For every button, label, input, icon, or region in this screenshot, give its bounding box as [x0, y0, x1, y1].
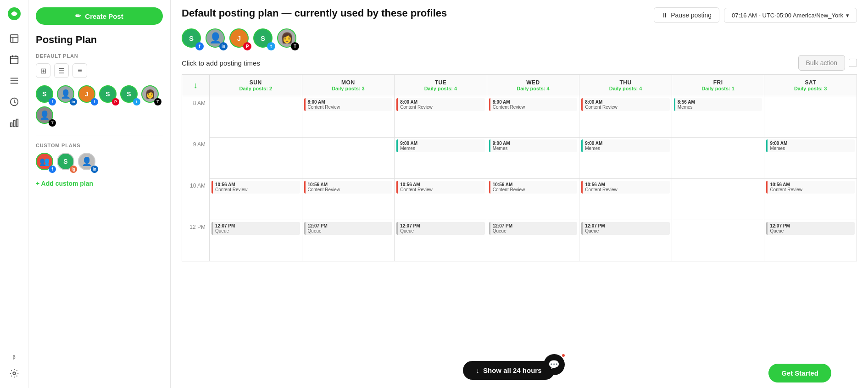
bulk-select-checkbox[interactable]: [849, 59, 857, 67]
bulk-action-area: Bulk action: [798, 55, 857, 71]
slot-mon-8am[interactable]: 8:00 AM Content Review: [302, 96, 395, 138]
slot-tue-10am[interactable]: 10:56 AM Content Review: [395, 179, 487, 220]
beta-badge: β: [12, 355, 15, 360]
profile-avatar-1[interactable]: S f: [36, 85, 55, 105]
event-wed-1207pm-queue[interactable]: 12:07 PM Queue: [489, 222, 578, 235]
chat-button[interactable]: 💬: [544, 354, 565, 375]
header-profile-4[interactable]: S t: [253, 28, 274, 50]
slot-tue-12pm[interactable]: 12:07 PM Queue: [395, 220, 487, 261]
event-tue-1207pm-queue[interactable]: 12:07 PM Queue: [396, 222, 485, 235]
sidebar-main: ✏ Create Post Posting Plan DEFAULT PLAN …: [28, 0, 171, 388]
slot-sat-8am[interactable]: [764, 96, 857, 138]
event-thu-1056am-content-review[interactable]: 10:56 AM Content Review: [581, 181, 670, 194]
event-time: 10:56 AM: [215, 182, 298, 187]
profile-avatar-2[interactable]: 👤 in: [57, 85, 76, 105]
get-started-button[interactable]: Get Started: [768, 364, 831, 382]
slot-wed-10am[interactable]: 10:56 AM Content Review: [487, 179, 579, 220]
show-all-hours-button[interactable]: ↓ Show all 24 hours: [463, 361, 554, 380]
slot-mon-12pm[interactable]: 12:07 PM Queue: [302, 220, 395, 261]
header-profile-3[interactable]: J P: [229, 28, 250, 50]
sort-icon-th[interactable]: ↓: [182, 75, 210, 96]
event-wed-1056am-content-review[interactable]: 10:56 AM Content Review: [489, 181, 578, 194]
nav-icon-settings[interactable]: [5, 364, 23, 382]
day-label-sat: SAT: [766, 79, 855, 86]
slot-sat-9am[interactable]: 9:00 AM Memes: [764, 138, 857, 179]
slot-thu-10am[interactable]: 10:56 AM Content Review: [579, 179, 672, 220]
timeline-view-button[interactable]: ≡: [72, 63, 87, 78]
profile-avatar-6[interactable]: 👩 T: [141, 85, 161, 105]
app-logo[interactable]: [6, 6, 22, 22]
profile-avatar-7[interactable]: 👤 T: [36, 106, 55, 126]
header-profile-1[interactable]: S f: [182, 28, 203, 50]
create-post-button[interactable]: ✏ Create Post: [36, 7, 163, 25]
slot-wed-12pm[interactable]: 12:07 PM Queue: [487, 220, 579, 261]
header-profile-2[interactable]: 👤 in: [206, 28, 227, 50]
nav-icon-list[interactable]: [5, 72, 23, 90]
event-thu-1207pm-queue[interactable]: 12:07 PM Queue: [581, 222, 670, 235]
nav-icon-calendar[interactable]: [5, 50, 23, 69]
slot-wed-9am[interactable]: 9:00 AM Memes: [487, 138, 579, 179]
profile-avatar-4[interactable]: S P: [99, 85, 118, 105]
social-badge-tk2: T: [49, 119, 56, 127]
slot-fri-9am[interactable]: [672, 138, 764, 179]
event-tue-8am-content-review[interactable]: 8:00 AM Content Review: [396, 98, 485, 111]
event-sat-9am-memes[interactable]: 9:00 AM Memes: [766, 139, 855, 152]
slot-tue-9am[interactable]: 9:00 AM Memes: [395, 138, 487, 179]
event-thu-9am-memes[interactable]: 9:00 AM Memes: [581, 139, 670, 152]
event-time: 12:07 PM: [308, 223, 390, 228]
pause-posting-button[interactable]: ⏸ Pause posting: [654, 7, 719, 23]
slot-sun-12pm[interactable]: 12:07 PM Queue: [210, 220, 302, 261]
nav-icon-analytics[interactable]: [5, 114, 23, 132]
event-sun-1207pm-queue[interactable]: 12:07 PM Queue: [211, 222, 300, 235]
slot-wed-8am[interactable]: 8:00 AM Content Review: [487, 96, 579, 138]
event-thu-8am-content-review[interactable]: 8:00 AM Content Review: [581, 98, 670, 111]
event-time: 10:56 AM: [493, 182, 575, 187]
header-profile-5[interactable]: 👩 T: [277, 28, 298, 50]
event-tue-1056am-content-review[interactable]: 10:56 AM Content Review: [396, 181, 485, 194]
slot-sun-9am[interactable]: [210, 138, 302, 179]
grid-view-button[interactable]: ⊞: [36, 63, 50, 78]
time-label-9am: 9 AM: [182, 138, 210, 179]
custom-profile-2[interactable]: S ig: [57, 153, 76, 172]
profile-avatar-5[interactable]: S t: [120, 85, 139, 105]
slot-thu-8am[interactable]: 8:00 AM Content Review: [579, 96, 672, 138]
slot-sat-12pm[interactable]: 12:07 PM Queue: [764, 220, 857, 261]
bulk-action-button[interactable]: Bulk action: [798, 55, 845, 71]
slot-sun-8am[interactable]: [210, 96, 302, 138]
slot-mon-10am[interactable]: 10:56 AM Content Review: [302, 179, 395, 220]
slot-fri-10am[interactable]: [672, 179, 764, 220]
add-custom-plan-button[interactable]: + Add custom plan: [36, 180, 93, 187]
event-mon-1056am-content-review[interactable]: 10:56 AM Content Review: [304, 181, 393, 194]
list-view-button[interactable]: ☰: [54, 63, 69, 78]
event-mon-1207pm-queue[interactable]: 12:07 PM Queue: [304, 222, 393, 235]
profile-avatar-3[interactable]: J f: [78, 85, 97, 105]
event-wed-9am-memes[interactable]: 9:00 AM Memes: [489, 139, 578, 152]
nav-icon-compose[interactable]: [5, 29, 23, 48]
calendar-wrapper[interactable]: ↓ SUN Daily posts: 2 MON Daily posts: 3 …: [171, 74, 868, 352]
slot-fri-8am[interactable]: 8:56 AM Memes: [672, 96, 764, 138]
event-tue-9am-memes[interactable]: 9:00 AM Memes: [396, 139, 485, 152]
table-row-12pm: 12 PM 12:07 PM Queue 12:07 PM Queue: [182, 220, 857, 261]
slot-mon-9am[interactable]: [302, 138, 395, 179]
event-name: Queue: [770, 228, 852, 233]
nav-icon-clock[interactable]: [5, 93, 23, 111]
slot-thu-9am[interactable]: 9:00 AM Memes: [579, 138, 672, 179]
down-arrow-icon: ↓: [194, 81, 198, 90]
event-fri-856am-memes[interactable]: 8:56 AM Memes: [674, 98, 762, 111]
event-wed-8am-content-review[interactable]: 8:00 AM Content Review: [489, 98, 578, 111]
slot-tue-8am[interactable]: 8:00 AM Content Review: [395, 96, 487, 138]
custom-profile-3[interactable]: 👤 in: [78, 153, 97, 172]
slot-thu-12pm[interactable]: 12:07 PM Queue: [579, 220, 672, 261]
slot-fri-12pm[interactable]: [672, 220, 764, 261]
calendar-toolbar: Click to add posting times Bulk action: [171, 55, 868, 74]
custom-profile-1[interactable]: 👥 f: [36, 153, 55, 172]
event-name: Content Review: [308, 105, 390, 110]
timezone-select[interactable]: 07:16 AM - UTC-05:00 America/New_York ▾: [724, 8, 857, 23]
event-mon-8am-content-review[interactable]: 8:00 AM Content Review: [304, 98, 393, 111]
event-sat-1056am-content-review[interactable]: 10:56 AM Content Review: [766, 181, 855, 194]
day-header-fri: FRI Daily posts: 1: [672, 75, 764, 96]
event-sun-1056am-content-review[interactable]: 10:56 AM Content Review: [211, 181, 300, 194]
slot-sun-10am[interactable]: 10:56 AM Content Review: [210, 179, 302, 220]
event-sat-1207pm-queue[interactable]: 12:07 PM Queue: [766, 222, 855, 235]
slot-sat-10am[interactable]: 10:56 AM Content Review: [764, 179, 857, 220]
